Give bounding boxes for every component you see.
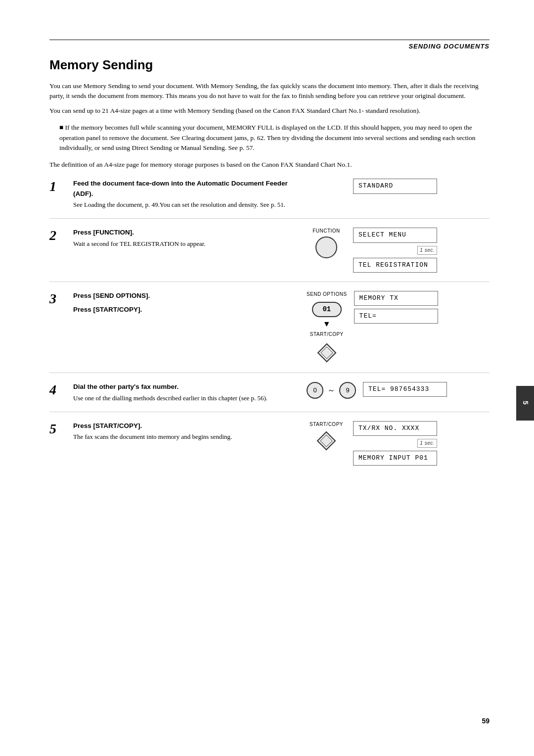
lcd-tel-registration: TEL REGISTRATION — [353, 258, 437, 273]
step-2-title: Press [FUNCTION]. — [73, 228, 307, 237]
step-2-content: Press [FUNCTION]. Wait a second for TEL … — [73, 228, 307, 248]
step-5-title: Press [START/COPY]. — [73, 421, 307, 431]
step-2-number: 2 — [49, 229, 68, 242]
step-3-content: Press [SEND OPTIONS]. Press [START/COPY]… — [73, 291, 307, 315]
lcd-tel-empty: TEL= — [354, 309, 438, 324]
step-4-number: 4 — [49, 383, 68, 397]
step-1-lcd: STANDARD — [353, 179, 437, 193]
section-header: SENDING DOCUMENTS — [49, 42, 490, 51]
step-3-row: 3 Press [SEND OPTIONS]. Press [START/COP… — [49, 291, 490, 364]
dial-tilde: ～ — [327, 385, 335, 396]
lcd-txrx: TX/RX NO. XXXX — [353, 421, 437, 436]
send-options-button[interactable]: 01 — [312, 302, 342, 318]
lcd-time-5: 1 sec. — [417, 439, 437, 448]
bullet-text: If the memory becomes full while scannin… — [59, 123, 490, 153]
step-5-content: Press [START/COPY]. The fax scans the do… — [73, 421, 307, 442]
step-3-title-2: Press [START/COPY]. — [73, 305, 307, 315]
start-copy-label-3: START/COPY — [310, 331, 344, 338]
step-5-lcd: TX/RX NO. XXXX 1 sec. MEMORY INPUT P01 — [353, 421, 437, 466]
step-3-divider — [49, 373, 490, 373]
start-copy-label-5: START/COPY — [310, 421, 343, 428]
step-5-number: 5 — [49, 422, 68, 436]
note-text: The definition of an A4-size page for me… — [49, 160, 490, 170]
step-2-lcd: SELECT MENU 1 sec. TEL REGISTRATION — [353, 228, 437, 272]
step-3-right: SEND OPTIONS 01 ▼ START/COPY MEMORY TX — [307, 291, 490, 364]
step-1-title: Feed the document face-down into the Aut… — [73, 179, 307, 199]
step-4-title: Dial the other party's fax number. — [73, 382, 307, 392]
step-2-desc: Wait a second for TEL REGISTRATION to ap… — [73, 239, 307, 249]
function-btn-label: FUNCTION — [312, 228, 340, 235]
step-4-button-area: 0 ～ 9 — [307, 382, 356, 399]
header-rule — [49, 40, 490, 40]
step-4-divider — [49, 412, 490, 412]
page: SENDING DOCUMENTS Memory Sending You can… — [0, 0, 534, 756]
step-2-divider — [49, 282, 490, 282]
page-title: Memory Sending — [49, 56, 490, 74]
step-1-content: Feed the document face-down into the Aut… — [73, 179, 307, 209]
start-copy-button-5[interactable] — [315, 430, 337, 452]
step-4-desc: Use one of the dialling methods describe… — [73, 393, 307, 403]
step-5-button-area: START/COPY — [307, 421, 346, 452]
send-options-label: SEND OPTIONS — [307, 291, 347, 298]
step-3-lcd: MEMORY TX TEL= — [354, 291, 438, 324]
lcd-select-menu: SELECT MENU — [353, 228, 437, 242]
step-4-row: 4 Dial the other party's fax number. Use… — [49, 382, 490, 403]
lcd-memory-input: MEMORY INPUT P01 — [353, 451, 437, 466]
intro-p2: You can send up to 21 A4-size pages at a… — [49, 106, 490, 116]
arrow-down-3: ▼ — [323, 319, 331, 329]
step-5-row: 5 Press [START/COPY]. The fax scans the … — [49, 421, 490, 466]
step-4-right: 0 ～ 9 TEL= 987654333 — [307, 382, 490, 399]
step-2-right: FUNCTION SELECT MENU 1 sec. TEL REGISTRA… — [307, 228, 490, 272]
step-5-desc: The fax scans the document into memory a… — [73, 432, 307, 442]
step-1-divider — [49, 218, 490, 219]
tab-marker: 5 — [516, 386, 534, 421]
step-1-row: 1 Feed the document face-down into the A… — [49, 179, 490, 209]
step-1-number: 1 — [49, 180, 68, 193]
step-2-button-area: FUNCTION — [307, 228, 346, 258]
dial-9[interactable]: 9 — [339, 382, 356, 399]
page-number: 59 — [482, 716, 490, 726]
step-2-row: 2 Press [FUNCTION]. Wait a second for TE… — [49, 228, 490, 272]
function-button[interactable] — [315, 236, 337, 258]
dial-row: 0 ～ 9 — [307, 382, 356, 399]
steps-container: 1 Feed the document face-down into the A… — [49, 179, 490, 466]
lcd-time-1: 1 sec. — [417, 246, 437, 255]
lcd-tel-number: TEL= 987654333 — [363, 382, 447, 397]
intro-p1: You can use Memory Sending to send your … — [49, 81, 490, 101]
step-3-number: 3 — [49, 292, 68, 306]
step-4-lcd: TEL= 987654333 — [363, 382, 447, 397]
step-1-right: STANDARD — [307, 179, 490, 193]
step-5-right: START/COPY TX/RX NO. XXXX 1 sec. MEMORY … — [307, 421, 490, 466]
lcd-standard: STANDARD — [353, 179, 437, 193]
step-4-content: Dial the other party's fax number. Use o… — [73, 382, 307, 403]
lcd-memory-tx: MEMORY TX — [354, 291, 438, 306]
dial-0[interactable]: 0 — [307, 382, 323, 399]
send-options-value: 01 — [322, 305, 331, 315]
step-3-title-1: Press [SEND OPTIONS]. — [73, 291, 307, 301]
step-1-desc: See Loading the document, p. 49.You can … — [73, 200, 307, 210]
step-3-buttons: SEND OPTIONS 01 ▼ START/COPY — [307, 291, 347, 364]
start-copy-button-3[interactable] — [316, 342, 338, 364]
